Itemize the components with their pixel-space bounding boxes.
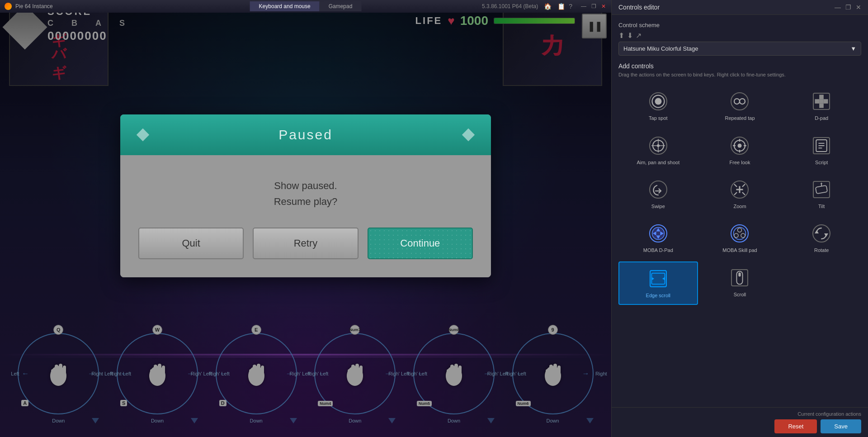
svg-point-42 <box>657 144 660 147</box>
editor-window-controls: — ❐ ✕ <box>835 4 861 11</box>
tilt-square <box>813 181 830 198</box>
scroll-label: Scroll <box>734 291 746 298</box>
scroll-icon <box>729 267 750 289</box>
control-scheme-section: Control scheme ⬆ ⬇ ↗ Hatsune Miku Colorf… <box>618 22 861 56</box>
edge-scroll-icon <box>647 268 669 290</box>
svg-point-68 <box>738 228 742 232</box>
script-icon <box>811 135 832 157</box>
svg-marker-76 <box>651 277 654 280</box>
copy-icon[interactable]: 📋 <box>557 3 565 10</box>
control-tilt[interactable]: Tilt <box>782 173 861 215</box>
swipe-label: Swipe <box>651 203 665 209</box>
control-aim-pan-shoot[interactable]: Aim, pan and shoot <box>618 129 698 171</box>
paused-buttons: Quit Retry Continue <box>138 228 473 259</box>
repeated-tap-circle <box>731 92 749 110</box>
svg-rect-36 <box>815 100 820 104</box>
control-script[interactable]: Script <box>782 129 861 171</box>
control-scheme-label: Control scheme <box>618 22 861 28</box>
editor-minimize-btn[interactable]: — <box>835 4 841 11</box>
svg-rect-34 <box>819 95 824 100</box>
svg-rect-59 <box>816 185 827 194</box>
zoom-circle <box>731 180 749 199</box>
moba-dpad-label: MOBA D-Pad <box>643 247 673 253</box>
zoom-label: Zoom <box>733 203 746 209</box>
swipe-circle <box>649 180 667 199</box>
controls-grid: Tap spot Repeated tap <box>618 85 861 304</box>
script-label: Script <box>815 159 828 166</box>
window-controls: — ❐ ✕ <box>580 3 607 10</box>
control-moba-skill[interactable]: MOBA Skill pad <box>700 217 780 259</box>
bottom-buttons: Reset Save <box>618 419 861 433</box>
tab-bar: Keyboard and mouse Gamepad <box>250 1 362 11</box>
home-icon[interactable]: 🏠 <box>544 3 552 10</box>
editor-title-bar: Controls editor — ❐ ✕ <box>612 0 868 15</box>
paused-body: Show paused.Resume play? Quit Retry Cont… <box>120 155 491 277</box>
editor-restore-btn[interactable]: ❐ <box>845 4 851 11</box>
zoom-icon <box>729 179 750 200</box>
tab-keyboard-mouse[interactable]: Keyboard and mouse <box>250 1 320 11</box>
svg-marker-77 <box>663 277 665 280</box>
control-edge-scroll[interactable]: Edge scroll <box>618 261 698 305</box>
tab-gamepad[interactable]: Gamepad <box>320 1 362 11</box>
svg-line-55 <box>734 184 737 187</box>
svg-line-56 <box>742 184 745 187</box>
help-icon[interactable]: ? <box>569 3 572 10</box>
moba-skill-circle <box>731 224 749 242</box>
control-free-look[interactable]: Free look <box>700 129 780 171</box>
control-dpad[interactable]: D-pad <box>782 85 861 127</box>
control-scroll[interactable]: Scroll <box>700 261 780 305</box>
title-bar: Pie 64 Instance 5.3.86.1001 P64 (Beta) 🏠… <box>0 0 611 13</box>
control-zoom[interactable]: Zoom <box>700 173 780 215</box>
aim-pan-shoot-circle <box>649 137 667 155</box>
minimize-button[interactable]: — <box>580 3 587 10</box>
continue-button[interactable]: Continue <box>368 228 473 259</box>
upload-icon[interactable]: ⬆ <box>618 31 624 40</box>
svg-line-58 <box>742 192 745 195</box>
edge-scroll-label: Edge scroll <box>646 292 670 299</box>
repeated-tap-icon <box>729 90 750 112</box>
editor-body: Control scheme ⬆ ⬇ ↗ Hatsune Miku Colorf… <box>612 15 868 407</box>
scroll-square <box>731 269 748 286</box>
svg-point-44 <box>738 143 742 147</box>
tilt-icon <box>811 179 832 200</box>
close-button[interactable]: ✕ <box>600 3 607 10</box>
svg-point-69 <box>734 233 738 238</box>
free-look-label: Free look <box>730 159 750 166</box>
aim-pan-shoot-icon <box>647 135 669 157</box>
svg-point-70 <box>741 233 745 238</box>
save-button[interactable]: Save <box>821 419 861 433</box>
tap-spot-label: Tap spot <box>649 115 668 121</box>
add-controls-desc: Drag the actions on the screen to bind k… <box>618 71 861 78</box>
config-actions-label: Current configuration actions <box>618 411 861 417</box>
restore-button[interactable]: ❐ <box>590 3 597 10</box>
svg-marker-61 <box>821 182 823 184</box>
dropdown-arrow: ▼ <box>850 45 856 52</box>
script-square <box>813 137 830 154</box>
editor-close-btn[interactable]: ✕ <box>856 4 861 11</box>
control-rotate[interactable]: Rotate <box>782 217 861 259</box>
reset-button[interactable]: Reset <box>774 419 817 433</box>
retry-button[interactable]: Retry <box>253 228 358 259</box>
control-tap-spot[interactable]: Tap spot <box>618 85 698 127</box>
free-look-icon <box>729 135 750 157</box>
share-icon[interactable]: ↗ <box>636 31 642 40</box>
editor-bottom: Current configuration actions Reset Save <box>612 407 868 437</box>
download-icon[interactable]: ⬇ <box>627 31 633 40</box>
edge-scroll-square <box>650 270 667 287</box>
title-icon-group: ? <box>569 3 572 10</box>
paused-overlay: Paused Show paused.Resume play? Quit Ret… <box>0 0 611 437</box>
dpad-label: D-pad <box>815 115 828 121</box>
svg-rect-79 <box>739 272 741 276</box>
control-scheme-dropdown[interactable]: Hatsune Miku Colorful Stage ▼ <box>618 42 861 56</box>
free-look-circle <box>731 137 749 155</box>
dpad-square <box>813 93 830 110</box>
svg-line-57 <box>734 192 737 195</box>
control-swipe[interactable]: Swipe <box>618 173 698 215</box>
tap-spot-icon <box>647 90 669 112</box>
control-moba-dpad[interactable]: MOBA D-Pad <box>618 217 698 259</box>
moba-dpad-circle <box>649 224 667 242</box>
control-repeated-tap[interactable]: Repeated tap <box>700 85 780 127</box>
app-title: Pie 64 Instance <box>15 3 478 10</box>
quit-button[interactable]: Quit <box>138 228 244 259</box>
paused-diamond-right <box>462 128 475 141</box>
